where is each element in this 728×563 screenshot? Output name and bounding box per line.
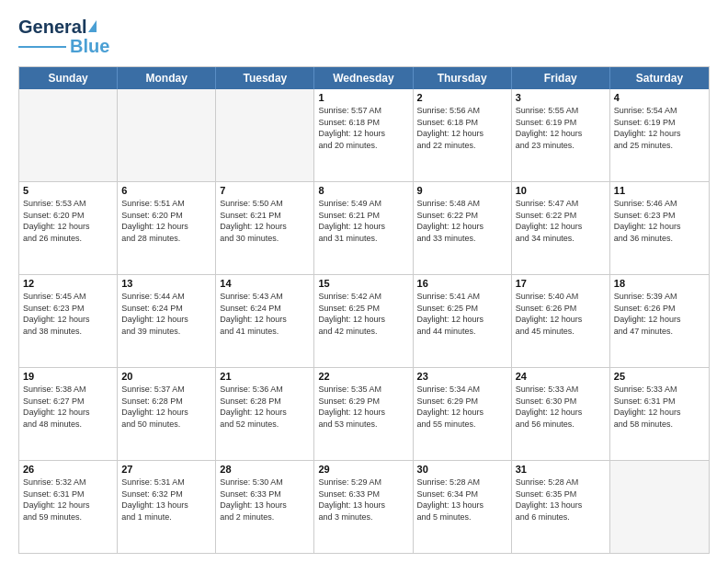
day-number-25: 25	[614, 371, 705, 382]
day-info-3: Sunrise: 5:55 AM Sunset: 6:19 PM Dayligh…	[516, 105, 606, 151]
day-cell-20: 20Sunrise: 5:37 AM Sunset: 6:28 PM Dayli…	[118, 368, 216, 460]
day-number-9: 9	[417, 185, 507, 196]
day-cell-29: 29Sunrise: 5:29 AM Sunset: 6:33 PM Dayli…	[314, 461, 413, 553]
day-cell-18: 18Sunrise: 5:39 AM Sunset: 6:26 PM Dayli…	[610, 275, 709, 367]
day-cell-31: 31Sunrise: 5:28 AM Sunset: 6:35 PM Dayli…	[512, 461, 610, 553]
calendar-header: SundayMondayTuesdayWednesdayThursdayFrid…	[19, 67, 709, 89]
day-number-5: 5	[23, 185, 113, 196]
day-number-29: 29	[318, 464, 408, 475]
day-info-10: Sunrise: 5:47 AM Sunset: 6:22 PM Dayligh…	[516, 198, 606, 244]
day-cell-23: 23Sunrise: 5:34 AM Sunset: 6:29 PM Dayli…	[414, 368, 512, 460]
day-info-4: Sunrise: 5:54 AM Sunset: 6:19 PM Dayligh…	[614, 105, 705, 151]
day-info-24: Sunrise: 5:33 AM Sunset: 6:30 PM Dayligh…	[516, 384, 606, 430]
header-saturday: Saturday	[610, 67, 709, 89]
day-cell-30: 30Sunrise: 5:28 AM Sunset: 6:34 PM Dayli…	[414, 461, 512, 553]
day-number-31: 31	[516, 464, 606, 475]
day-cell-12: 12Sunrise: 5:45 AM Sunset: 6:23 PM Dayli…	[19, 275, 118, 367]
day-number-28: 28	[220, 464, 310, 475]
day-info-27: Sunrise: 5:31 AM Sunset: 6:32 PM Dayligh…	[121, 477, 211, 523]
logo-general: General	[18, 17, 86, 38]
day-cell-7: 7Sunrise: 5:50 AM Sunset: 6:21 PM Daylig…	[216, 182, 314, 274]
day-number-22: 22	[318, 371, 408, 382]
day-number-13: 13	[121, 278, 211, 289]
logo-triangle-icon	[88, 20, 97, 32]
day-info-28: Sunrise: 5:30 AM Sunset: 6:33 PM Dayligh…	[220, 477, 310, 523]
day-info-18: Sunrise: 5:39 AM Sunset: 6:26 PM Dayligh…	[614, 291, 705, 337]
day-cell-3: 3Sunrise: 5:55 AM Sunset: 6:19 PM Daylig…	[512, 89, 610, 181]
calendar-body: 1Sunrise: 5:57 AM Sunset: 6:18 PM Daylig…	[19, 89, 709, 553]
day-number-24: 24	[516, 371, 606, 382]
day-number-30: 30	[417, 464, 507, 475]
empty-cell-0-2	[216, 89, 314, 181]
day-cell-25: 25Sunrise: 5:33 AM Sunset: 6:31 PM Dayli…	[610, 368, 709, 460]
day-number-11: 11	[614, 185, 705, 196]
calendar-row-3: 19Sunrise: 5:38 AM Sunset: 6:27 PM Dayli…	[19, 367, 709, 460]
day-number-7: 7	[220, 185, 310, 196]
empty-cell-4-6	[610, 461, 709, 553]
day-number-16: 16	[417, 278, 507, 289]
header-wednesday: Wednesday	[314, 67, 413, 89]
header-friday: Friday	[512, 67, 610, 89]
day-info-21: Sunrise: 5:36 AM Sunset: 6:28 PM Dayligh…	[220, 384, 310, 430]
day-cell-4: 4Sunrise: 5:54 AM Sunset: 6:19 PM Daylig…	[610, 89, 709, 181]
day-number-21: 21	[220, 371, 310, 382]
calendar-row-0: 1Sunrise: 5:57 AM Sunset: 6:18 PM Daylig…	[19, 89, 709, 181]
day-info-29: Sunrise: 5:29 AM Sunset: 6:33 PM Dayligh…	[318, 477, 408, 523]
day-info-15: Sunrise: 5:42 AM Sunset: 6:25 PM Dayligh…	[318, 291, 408, 337]
day-info-31: Sunrise: 5:28 AM Sunset: 6:35 PM Dayligh…	[516, 477, 606, 523]
day-info-8: Sunrise: 5:49 AM Sunset: 6:21 PM Dayligh…	[318, 198, 408, 244]
day-info-22: Sunrise: 5:35 AM Sunset: 6:29 PM Dayligh…	[318, 384, 408, 430]
day-info-1: Sunrise: 5:57 AM Sunset: 6:18 PM Dayligh…	[318, 105, 408, 151]
day-info-16: Sunrise: 5:41 AM Sunset: 6:25 PM Dayligh…	[417, 291, 507, 337]
empty-cell-0-0	[19, 89, 118, 181]
day-cell-13: 13Sunrise: 5:44 AM Sunset: 6:24 PM Dayli…	[118, 275, 216, 367]
day-info-23: Sunrise: 5:34 AM Sunset: 6:29 PM Dayligh…	[417, 384, 507, 430]
day-info-25: Sunrise: 5:33 AM Sunset: 6:31 PM Dayligh…	[614, 384, 705, 430]
day-number-1: 1	[318, 92, 408, 103]
logo-line	[18, 46, 66, 48]
day-number-27: 27	[121, 464, 211, 475]
day-cell-1: 1Sunrise: 5:57 AM Sunset: 6:18 PM Daylig…	[314, 89, 413, 181]
day-cell-28: 28Sunrise: 5:30 AM Sunset: 6:33 PM Dayli…	[216, 461, 314, 553]
day-cell-5: 5Sunrise: 5:53 AM Sunset: 6:20 PM Daylig…	[19, 182, 118, 274]
day-number-17: 17	[516, 278, 606, 289]
day-cell-26: 26Sunrise: 5:32 AM Sunset: 6:31 PM Dayli…	[19, 461, 118, 553]
day-number-8: 8	[318, 185, 408, 196]
calendar: SundayMondayTuesdayWednesdayThursdayFrid…	[18, 66, 710, 554]
day-number-15: 15	[318, 278, 408, 289]
day-cell-8: 8Sunrise: 5:49 AM Sunset: 6:21 PM Daylig…	[314, 182, 413, 274]
day-cell-24: 24Sunrise: 5:33 AM Sunset: 6:30 PM Dayli…	[512, 368, 610, 460]
day-cell-11: 11Sunrise: 5:46 AM Sunset: 6:23 PM Dayli…	[610, 182, 709, 274]
day-info-19: Sunrise: 5:38 AM Sunset: 6:27 PM Dayligh…	[23, 384, 113, 430]
day-number-3: 3	[516, 92, 606, 103]
day-info-9: Sunrise: 5:48 AM Sunset: 6:22 PM Dayligh…	[417, 198, 507, 244]
day-info-17: Sunrise: 5:40 AM Sunset: 6:26 PM Dayligh…	[516, 291, 606, 337]
header-tuesday: Tuesday	[216, 67, 314, 89]
calendar-row-2: 12Sunrise: 5:45 AM Sunset: 6:23 PM Dayli…	[19, 274, 709, 367]
day-number-14: 14	[220, 278, 310, 289]
day-number-2: 2	[417, 92, 507, 103]
day-info-26: Sunrise: 5:32 AM Sunset: 6:31 PM Dayligh…	[23, 477, 113, 523]
header-sunday: Sunday	[19, 67, 118, 89]
logo-blue: Blue	[70, 36, 109, 57]
day-info-6: Sunrise: 5:51 AM Sunset: 6:20 PM Dayligh…	[121, 198, 211, 244]
day-cell-21: 21Sunrise: 5:36 AM Sunset: 6:28 PM Dayli…	[216, 368, 314, 460]
logo: General Blue	[18, 17, 109, 57]
day-cell-19: 19Sunrise: 5:38 AM Sunset: 6:27 PM Dayli…	[19, 368, 118, 460]
day-cell-22: 22Sunrise: 5:35 AM Sunset: 6:29 PM Dayli…	[314, 368, 413, 460]
empty-cell-0-1	[118, 89, 216, 181]
day-info-13: Sunrise: 5:44 AM Sunset: 6:24 PM Dayligh…	[121, 291, 211, 337]
day-cell-9: 9Sunrise: 5:48 AM Sunset: 6:22 PM Daylig…	[414, 182, 512, 274]
day-cell-14: 14Sunrise: 5:43 AM Sunset: 6:24 PM Dayli…	[216, 275, 314, 367]
day-info-5: Sunrise: 5:53 AM Sunset: 6:20 PM Dayligh…	[23, 198, 113, 244]
day-cell-27: 27Sunrise: 5:31 AM Sunset: 6:32 PM Dayli…	[118, 461, 216, 553]
day-info-11: Sunrise: 5:46 AM Sunset: 6:23 PM Dayligh…	[614, 198, 705, 244]
header: General Blue	[18, 17, 710, 57]
page: General Blue SundayMondayTuesdayWednesda…	[0, 0, 728, 563]
day-info-12: Sunrise: 5:45 AM Sunset: 6:23 PM Dayligh…	[23, 291, 113, 337]
day-number-20: 20	[121, 371, 211, 382]
day-number-26: 26	[23, 464, 113, 475]
day-number-19: 19	[23, 371, 113, 382]
day-number-18: 18	[614, 278, 705, 289]
calendar-row-4: 26Sunrise: 5:32 AM Sunset: 6:31 PM Dayli…	[19, 460, 709, 553]
